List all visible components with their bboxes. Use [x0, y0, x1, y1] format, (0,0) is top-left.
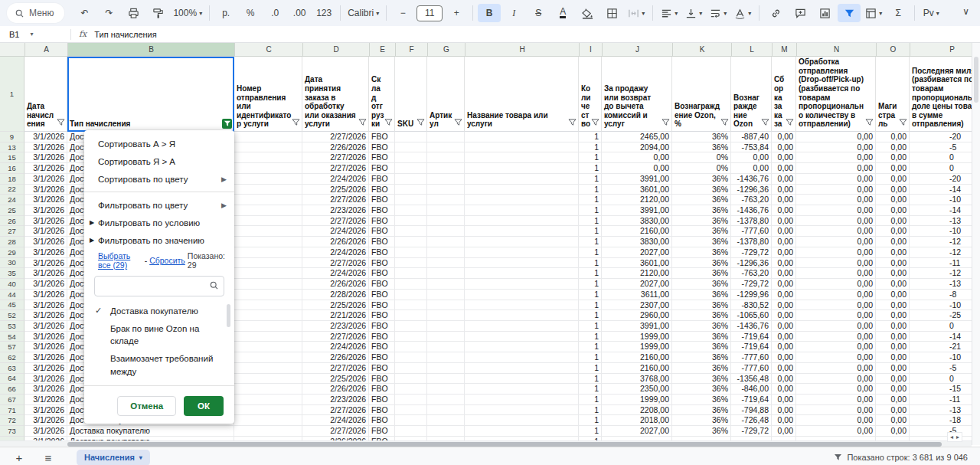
cell-j62[interactable]: 2160,00 [602, 352, 672, 363]
cell-e40[interactable]: FBO [369, 279, 395, 290]
cell-j57[interactable]: 1999,00 [602, 342, 672, 352]
cell-l53[interactable]: -1436,76 [731, 321, 772, 332]
cell-k73[interactable]: 36% [672, 426, 731, 437]
cell-e53[interactable]: FBO [369, 321, 395, 332]
cell-n64[interactable]: 0,00 [796, 374, 876, 385]
cell-f45[interactable] [395, 300, 427, 311]
cell-c35[interactable] [234, 268, 302, 279]
cell-k9[interactable]: 36% [672, 132, 731, 142]
cell-k57[interactable]: 36% [672, 342, 731, 352]
row-number[interactable]: 35 [0, 268, 24, 279]
cell-d67[interactable]: 2/23/2026 [302, 395, 369, 405]
cell-j54[interactable]: 1999,00 [602, 332, 672, 342]
cell-l63[interactable]: -777,60 [731, 363, 772, 374]
cell-k52[interactable]: 36% [672, 310, 731, 321]
cell-m27[interactable]: 0,00 [772, 226, 796, 237]
row-number[interactable]: 29 [0, 247, 24, 258]
cell-e66[interactable]: FBO [369, 384, 395, 395]
paint-format-button[interactable] [146, 4, 169, 22]
cell-n52[interactable]: 0,00 [796, 310, 876, 321]
cancel-button[interactable]: Отмена [117, 396, 176, 416]
cell-f25[interactable] [395, 205, 427, 216]
cell-i40[interactable]: 1 [579, 279, 602, 290]
filter-funnel-icon[interactable] [720, 119, 729, 129]
filter-funnel-icon[interactable] [899, 119, 907, 129]
row-number[interactable]: 15 [0, 152, 24, 163]
header-cell-a[interactable]: Дата начисления [24, 57, 67, 132]
cell-g57[interactable] [427, 342, 465, 352]
font-select[interactable]: Calibri▾ [345, 4, 381, 22]
cell-c29[interactable] [234, 247, 302, 258]
formula-input[interactable]: Тип начисления [94, 30, 156, 39]
cell-h45[interactable] [465, 300, 579, 311]
cell-l45[interactable]: -830,52 [731, 300, 772, 311]
strikethrough-button[interactable]: S [527, 4, 550, 22]
cell-i24[interactable]: 1 [579, 195, 602, 205]
cell-c27[interactable] [234, 226, 302, 237]
cell-l40[interactable]: -729,72 [731, 279, 772, 290]
cell-c72[interactable] [234, 415, 302, 426]
cell-e72[interactable]: FBO [369, 415, 395, 426]
cell-c24[interactable] [234, 195, 302, 205]
cell-h9[interactable] [465, 132, 579, 142]
cell-c62[interactable] [234, 352, 302, 363]
cell-j44[interactable]: 3611,00 [602, 290, 672, 300]
cell-l27[interactable]: -777,60 [731, 226, 772, 237]
cell-m63[interactable]: 0,00 [772, 363, 796, 374]
cell-n16[interactable]: 0,00 [796, 163, 876, 174]
cell-p40[interactable]: -13 [910, 279, 972, 290]
filter-funnel-icon[interactable] [454, 119, 462, 129]
cell-h27[interactable] [465, 226, 579, 237]
cell-a63[interactable]: 3/1/2026 [24, 363, 67, 374]
cell-a62[interactable]: 3/1/2026 [24, 352, 67, 363]
cell-a15[interactable]: 3/1/2026 [24, 152, 67, 163]
cell-f40[interactable] [395, 279, 427, 290]
cell-o24[interactable]: 0,00 [876, 195, 910, 205]
cell-k40[interactable]: 36% [672, 279, 731, 290]
row-number[interactable]: 66 [0, 384, 24, 395]
header-cell-b[interactable]: Тип начисления [67, 57, 234, 132]
cell-n26[interactable]: 0,00 [796, 216, 876, 227]
cell-g44[interactable] [427, 290, 465, 300]
increase-decimals-button[interactable]: .00 [288, 4, 311, 22]
cell-m25[interactable]: 0,00 [772, 205, 796, 216]
cell-c28[interactable] [234, 237, 302, 247]
header-cell-n[interactable]: Обработка отправления (Drop-off/Pick-up)… [796, 57, 876, 132]
cell-l57[interactable]: -719,64 [731, 342, 772, 352]
cell-m64[interactable]: 0,00 [772, 374, 796, 385]
cell-e18[interactable]: FBO [369, 174, 395, 185]
cell-g25[interactable] [427, 205, 465, 216]
cell-m18[interactable]: 0,00 [772, 174, 796, 185]
cell-m52[interactable]: 0,00 [772, 310, 796, 321]
cell-j26[interactable]: 3830,00 [602, 216, 672, 227]
cell-i57[interactable]: 1 [579, 342, 602, 352]
cell-a73[interactable]: 3/1/2026 [24, 426, 67, 437]
cell-a13[interactable]: 3/1/2026 [24, 142, 67, 153]
cell-g30[interactable] [427, 258, 465, 269]
cell-i45[interactable]: 1 [579, 300, 602, 311]
cell-h57[interactable] [465, 342, 579, 352]
cell-p16[interactable]: 0 [910, 163, 972, 174]
cell-g22[interactable] [427, 185, 465, 195]
cell-i9[interactable]: 1 [579, 132, 602, 142]
cell-a64[interactable]: 3/1/2026 [24, 374, 67, 385]
cell-a53[interactable]: 3/1/2026 [24, 321, 67, 332]
cell-j25[interactable]: 3991,00 [602, 205, 672, 216]
cell-n29[interactable]: 0,00 [796, 247, 876, 258]
print-button[interactable] [122, 4, 145, 22]
cell-i73[interactable]: 1 [579, 426, 602, 437]
cell-j30[interactable]: 3601,00 [602, 258, 672, 269]
cell-a71[interactable]: 3/1/2026 [24, 405, 67, 416]
cell-c26[interactable] [234, 216, 302, 227]
cell-m62[interactable]: 0,00 [772, 352, 796, 363]
cell-i66[interactable]: 1 [579, 384, 602, 395]
cell-o18[interactable]: 0,00 [876, 174, 910, 185]
cell-e52[interactable]: FBO [369, 310, 395, 321]
cell-g72[interactable] [427, 415, 465, 426]
cell-j45[interactable]: 2307,00 [602, 300, 672, 311]
row-number[interactable]: 18 [0, 174, 24, 185]
cell-n28[interactable]: 0,00 [796, 237, 876, 247]
cell-n57[interactable]: 0,00 [796, 342, 876, 352]
cell-n45[interactable]: 0,00 [796, 300, 876, 311]
cell-b73[interactable]: Доставка покупателю [67, 426, 234, 437]
